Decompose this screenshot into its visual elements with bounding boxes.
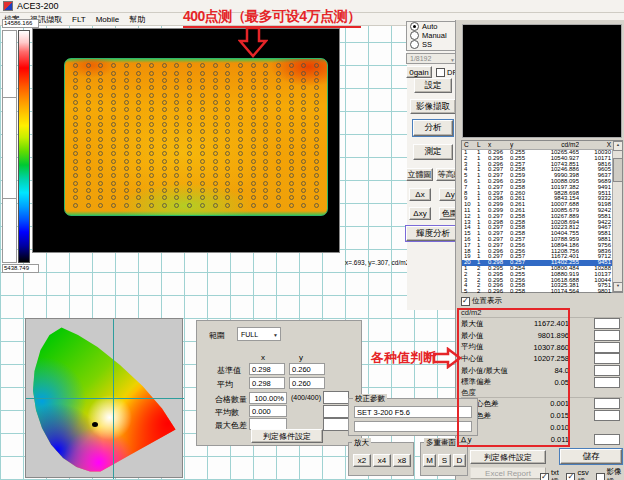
measure-point-icon [86,137,91,142]
measure-point-icon [86,107,91,112]
measure-point-icon [124,85,129,90]
y-col-label: y [299,353,303,362]
stat-value: 10207.258 [525,354,569,363]
luminance-analysis-button[interactable]: 輝度分析 [406,226,460,241]
measure-point-icon [162,151,167,156]
radio-ss[interactable]: SS [407,40,457,49]
app-icon [3,1,13,11]
zoom-x2-button[interactable]: x2 [353,454,371,467]
settings-button[interactable]: 設定 [414,78,452,93]
table-body[interactable]: 110.2960.25510265.46510030210.2950.25510… [462,150,622,295]
reference-label: 基準值 [217,365,241,376]
measure-point-icon [73,107,78,112]
measure-point-icon [111,203,116,208]
measure-point-icon [73,195,78,200]
range-panel: 範圍 FULL x y 基準值 0.298 0.260 平均 0.298 0.2… [196,320,362,446]
scroll-down-icon[interactable]: ▼ [613,282,623,292]
measure-point-icon [238,181,243,186]
multi-s-button[interactable]: S [438,454,451,467]
zero-gain-button[interactable]: 0gain [406,66,432,78]
measure-point-icon [301,195,306,200]
zoom-x4-button[interactable]: x4 [373,454,391,467]
calibration-field[interactable]: SET 3-200 F5.6 [354,406,472,418]
measure-point-icon [111,144,116,149]
three-d-view-button[interactable]: 立體圖 [406,168,433,181]
radio-auto-icon[interactable] [410,22,419,31]
measure-point-icon [162,144,167,149]
menu-mobile[interactable]: Mobile [96,15,120,24]
cie-crosshair-horizontal [26,398,184,399]
radio-manual-label: Manual [422,31,447,40]
calibration-field-2[interactable] [354,421,472,432]
scroll-thumb[interactable] [613,158,623,182]
analyze-button[interactable]: 分析 [413,120,453,136]
menu-flt[interactable]: FLT [72,15,86,24]
reference-x-field[interactable]: 0.298 [249,363,285,375]
measure-point-icon [98,122,103,127]
txt-file-checkbox[interactable]: txt檔 [540,467,562,480]
max-colordiff-indicator-box [323,418,349,431]
measure-point-icon [149,63,154,68]
radio-auto[interactable]: Auto [407,22,457,31]
multi-d-button[interactable]: D [453,454,466,467]
stat-value: 0.001 [525,399,569,408]
measure-button[interactable]: 測定 [413,144,453,160]
measure-point-icon [149,85,154,90]
measure-point-icon [289,181,294,186]
csv-file-checkbox-icon[interactable] [566,473,575,480]
measure-point-icon [225,122,230,127]
measure-point-icon [251,144,256,149]
measure-point-icon [124,115,129,120]
excel-report-button[interactable]: Excel Report [470,467,546,479]
measure-point-icon [187,122,192,127]
measure-point-icon [213,203,218,208]
measure-point-icon [162,203,167,208]
measurement-canvas[interactable] [32,28,340,253]
menu-help[interactable]: 幫助 [129,14,145,25]
range-judge-condition-button[interactable]: 判定條件設定 [251,429,323,443]
radio-ss-icon[interactable] [410,40,419,49]
measure-point-icon [301,151,306,156]
radio-manual-icon[interactable] [410,31,419,40]
csv-file-checkbox[interactable]: csv檔 [566,467,591,480]
measure-point-icon [149,115,154,120]
image-file-checkbox[interactable]: 影像檔 [596,467,624,480]
scroll-up-icon[interactable]: ▲ [613,141,623,151]
delta-xy-button[interactable]: Δxy [409,207,431,220]
image-capture-button[interactable]: 影像擷取 [410,99,456,114]
delta-x-button[interactable]: Δx [409,188,431,201]
cie-diagram-panel [25,318,183,478]
measure-point-icon [149,166,154,171]
measure-point-icon [238,115,243,120]
col-l: L [477,141,488,149]
save-button[interactable]: 儲存 [560,449,622,464]
measure-point-icon [289,203,294,208]
measure-point-icon [314,107,319,112]
measure-point-icon [276,122,281,127]
average-y-field[interactable]: 0.260 [289,377,325,389]
table-scrollbar[interactable]: ▲ ▼ [612,149,622,292]
measure-point-icon [314,203,319,208]
table-row[interactable]: 520.2960.25810174.5649801 [462,289,622,295]
radio-manual[interactable]: Manual [407,31,457,40]
reference-y-field[interactable]: 0.260 [289,363,325,375]
txt-file-checkbox-icon[interactable] [540,473,549,480]
measure-point-icon [301,166,306,171]
range-select[interactable]: FULL [237,327,281,341]
multi-m-button[interactable]: M [423,454,436,467]
zoom-x8-button[interactable]: x8 [393,454,411,467]
position-display-checkbox[interactable]: 位置表示 [461,296,502,306]
dr-checkbox-icon[interactable] [436,68,445,77]
position-display-checkbox-icon[interactable] [461,297,470,306]
measure-point-icon [111,188,116,193]
judge-condition-button[interactable]: 判定條件設定 [470,450,546,464]
measure-point-icon [251,63,256,68]
measure-point-icon [225,203,230,208]
measure-point-icon [200,181,205,186]
measure-point-icon [98,85,103,90]
shutter-range-select[interactable]: 1/8192 [406,53,458,64]
average-x-field[interactable]: 0.298 [249,377,285,389]
pass-indicator-box [323,391,349,404]
measure-point-icon [276,78,281,83]
image-file-checkbox-icon[interactable] [596,473,605,480]
